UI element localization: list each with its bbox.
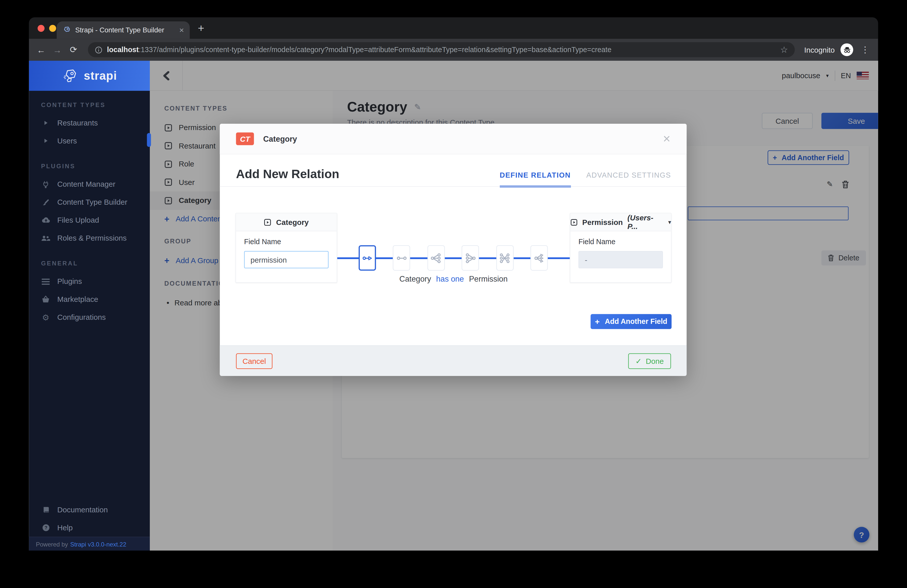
target-field-name-input	[578, 251, 663, 268]
sidebar-item-files-upload[interactable]: Files Upload	[29, 211, 150, 229]
relation-one-way-button[interactable]	[359, 245, 376, 271]
sidebar-item-label: Restaurants	[57, 119, 98, 127]
strapi-version-link[interactable]: Strapi v3.0.0-next.22	[71, 540, 126, 547]
sidebar-item-label: Roles & Permissions	[57, 234, 127, 242]
tab-title: Strapi - Content Type Builder	[75, 26, 175, 34]
sidebar-item-label: Users	[57, 136, 77, 145]
caret-down-icon[interactable]: ▾	[668, 219, 671, 225]
modal-footer: Cancel ✓ Done	[220, 345, 687, 376]
caret-square-right-icon	[570, 218, 578, 226]
sidebar-item-marketplace[interactable]: Marketplace	[29, 290, 150, 308]
url-path: :1337/admin/plugins/content-type-builder…	[139, 46, 611, 54]
relation-many-to-one-button[interactable]	[462, 245, 479, 271]
modal-tabs: DEFINE RELATION ADVANCED SETTINGS	[500, 171, 671, 187]
list-icon	[41, 278, 50, 285]
plus-icon: +	[595, 317, 600, 326]
reload-icon[interactable]: ⟳	[68, 45, 79, 55]
modal-header-title: Category	[263, 135, 297, 143]
modal-header: CT Category ×	[220, 124, 687, 154]
caption-relation-type: has one	[436, 275, 464, 284]
target-card-title: Permission	[582, 218, 623, 226]
sidebar-item-help[interactable]: ? Help	[29, 519, 150, 537]
modal-title: Add New Relation	[236, 167, 340, 181]
paintbrush-icon	[41, 198, 50, 206]
relation-source-card: Category Field Name	[236, 213, 337, 283]
main-sidebar: strapi CONTENT TYPES Restaurants Users P…	[29, 61, 150, 551]
sidebar-nav: CONTENT TYPES Restaurants Users PLUGINS …	[29, 91, 150, 326]
sidebar-item-restaurants[interactable]: Restaurants	[29, 114, 150, 132]
sidebar-bottom: Documentation ? Help	[29, 501, 150, 537]
check-icon: ✓	[635, 357, 642, 365]
relation-target-card: Permission (Users-P... ▾ Field Name	[570, 213, 671, 283]
powered-by-bar: Powered by Strapi v3.0.0-next.22	[29, 537, 150, 551]
source-card-title: Category	[276, 218, 309, 226]
bookmark-star-icon[interactable]: ☆	[780, 45, 788, 55]
sidebar-section-general: GENERAL	[29, 260, 150, 272]
content-type-badge: CT	[236, 132, 254, 145]
caret-square-right-icon	[264, 218, 272, 226]
active-indicator	[147, 133, 151, 147]
sidebar-item-roles-permissions[interactable]: Roles & Permissions	[29, 229, 150, 247]
gear-icon: ⚙	[41, 312, 50, 322]
screenshot-stage: Strapi - Content Type Builder × + ← → ⟳ …	[0, 0, 907, 588]
target-card-header[interactable]: Permission (Users-P... ▾	[570, 213, 671, 231]
many-way-icon	[534, 253, 545, 263]
forward-icon[interactable]: →	[52, 45, 62, 54]
users-group-icon	[41, 234, 50, 241]
caret-right-icon	[41, 138, 50, 143]
sidebar-item-plugins[interactable]: Plugins	[29, 272, 150, 290]
close-icon[interactable]: ×	[663, 132, 670, 145]
basket-icon	[41, 295, 50, 303]
tab-define-relation[interactable]: DEFINE RELATION	[500, 171, 570, 187]
sidebar-item-label: Plugins	[57, 277, 82, 286]
relation-many-way-button[interactable]	[530, 245, 548, 271]
close-window-button[interactable]	[38, 25, 45, 32]
url-text: localhost:1337/admin/plugins/content-typ…	[107, 46, 611, 54]
sidebar-item-configurations[interactable]: ⚙ Configurations	[29, 308, 150, 326]
tab-advanced-settings[interactable]: ADVANCED SETTINGS	[587, 171, 671, 187]
sidebar-item-documentation[interactable]: Documentation	[29, 501, 150, 519]
new-tab-button[interactable]: +	[198, 22, 204, 35]
relation-one-to-one-button[interactable]	[393, 245, 410, 271]
svg-text:?: ?	[44, 525, 47, 530]
done-label: Done	[646, 357, 664, 365]
relation-caption: Category has one Permission	[337, 275, 570, 284]
relation-many-to-many-button[interactable]	[496, 245, 513, 271]
sidebar-item-content-type-builder[interactable]: Content Type Builder	[29, 193, 150, 211]
many-to-many-icon	[499, 253, 510, 263]
book-icon	[41, 506, 50, 514]
sidebar-section-plugins: PLUGINS	[29, 162, 150, 175]
modal-cancel-button[interactable]: Cancel	[236, 354, 272, 369]
caption-source: Category	[399, 275, 431, 284]
field-name-label: Field Name	[244, 237, 329, 246]
strapi-logo[interactable]: strapi	[29, 61, 150, 91]
back-icon[interactable]: ←	[36, 45, 46, 54]
incognito-icon	[840, 43, 853, 56]
one-to-one-icon	[396, 253, 407, 263]
question-circle-icon: ?	[41, 524, 50, 532]
sidebar-item-label: Content Manager	[57, 180, 115, 189]
modal-add-another-field-button[interactable]: + Add Another Field	[591, 314, 671, 329]
browser-tab[interactable]: Strapi - Content Type Builder ×	[57, 21, 190, 39]
tab-close-icon[interactable]: ×	[179, 26, 184, 35]
sidebar-item-label: Files Upload	[57, 216, 99, 224]
many-to-one-icon	[465, 253, 476, 263]
url-host: localhost	[107, 46, 139, 54]
caret-right-icon	[41, 120, 50, 125]
sidebar-item-label: Marketplace	[57, 295, 98, 304]
modal-add-another-field-label: Add Another Field	[605, 317, 667, 325]
relation-zone: Category Field Name	[236, 213, 671, 308]
sidebar-item-content-manager[interactable]: Content Manager	[29, 175, 150, 193]
sidebar-item-users[interactable]: Users	[29, 132, 150, 150]
relation-one-to-many-button[interactable]	[428, 245, 445, 271]
address-bar[interactable]: localhost:1337/admin/plugins/content-typ…	[88, 42, 795, 57]
modal-done-button[interactable]: ✓ Done	[628, 354, 671, 369]
minimize-window-button[interactable]	[49, 25, 56, 32]
plug-icon	[41, 180, 50, 188]
browser-menu-icon[interactable]: ⋮	[859, 45, 871, 55]
source-field-name-input[interactable]	[244, 251, 329, 268]
powered-by-text: Powered by	[36, 540, 68, 547]
one-to-many-icon	[431, 253, 441, 263]
sidebar-item-label: Configurations	[57, 313, 106, 322]
site-info-icon[interactable]	[95, 46, 103, 54]
